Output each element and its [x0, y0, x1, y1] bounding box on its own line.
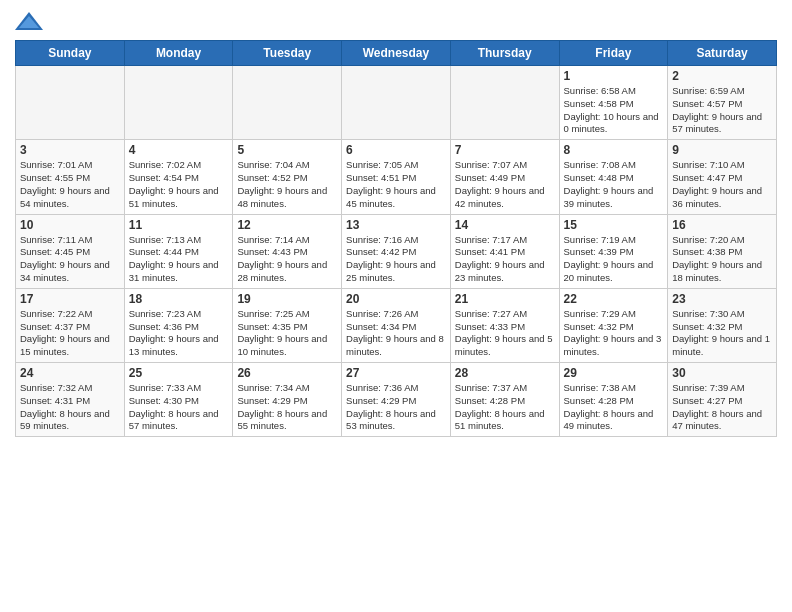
day-info: Sunrise: 7:30 AM Sunset: 4:32 PM Dayligh…	[672, 308, 772, 359]
logo	[15, 10, 43, 32]
calendar-cell: 30Sunrise: 7:39 AM Sunset: 4:27 PM Dayli…	[668, 363, 777, 437]
day-info: Sunrise: 7:10 AM Sunset: 4:47 PM Dayligh…	[672, 159, 772, 210]
col-header-tuesday: Tuesday	[233, 41, 342, 66]
day-number: 27	[346, 366, 446, 380]
calendar-cell	[16, 66, 125, 140]
calendar-week-1: 3Sunrise: 7:01 AM Sunset: 4:55 PM Daylig…	[16, 140, 777, 214]
day-info: Sunrise: 7:27 AM Sunset: 4:33 PM Dayligh…	[455, 308, 555, 359]
calendar-week-2: 10Sunrise: 7:11 AM Sunset: 4:45 PM Dayli…	[16, 214, 777, 288]
day-info: Sunrise: 7:33 AM Sunset: 4:30 PM Dayligh…	[129, 382, 229, 433]
day-info: Sunrise: 7:36 AM Sunset: 4:29 PM Dayligh…	[346, 382, 446, 433]
calendar-cell: 14Sunrise: 7:17 AM Sunset: 4:41 PM Dayli…	[450, 214, 559, 288]
day-info: Sunrise: 7:32 AM Sunset: 4:31 PM Dayligh…	[20, 382, 120, 433]
calendar-cell: 15Sunrise: 7:19 AM Sunset: 4:39 PM Dayli…	[559, 214, 668, 288]
day-info: Sunrise: 7:11 AM Sunset: 4:45 PM Dayligh…	[20, 234, 120, 285]
day-info: Sunrise: 7:38 AM Sunset: 4:28 PM Dayligh…	[564, 382, 664, 433]
calendar-table: SundayMondayTuesdayWednesdayThursdayFrid…	[15, 40, 777, 437]
calendar-cell	[124, 66, 233, 140]
day-info: Sunrise: 7:20 AM Sunset: 4:38 PM Dayligh…	[672, 234, 772, 285]
day-info: Sunrise: 7:23 AM Sunset: 4:36 PM Dayligh…	[129, 308, 229, 359]
calendar-header-row: SundayMondayTuesdayWednesdayThursdayFrid…	[16, 41, 777, 66]
day-number: 9	[672, 143, 772, 157]
day-number: 10	[20, 218, 120, 232]
calendar-cell: 17Sunrise: 7:22 AM Sunset: 4:37 PM Dayli…	[16, 288, 125, 362]
col-header-monday: Monday	[124, 41, 233, 66]
day-info: Sunrise: 7:02 AM Sunset: 4:54 PM Dayligh…	[129, 159, 229, 210]
calendar-cell	[342, 66, 451, 140]
calendar-cell: 20Sunrise: 7:26 AM Sunset: 4:34 PM Dayli…	[342, 288, 451, 362]
calendar-cell: 1Sunrise: 6:58 AM Sunset: 4:58 PM Daylig…	[559, 66, 668, 140]
day-number: 11	[129, 218, 229, 232]
day-number: 20	[346, 292, 446, 306]
day-info: Sunrise: 6:59 AM Sunset: 4:57 PM Dayligh…	[672, 85, 772, 136]
calendar-cell: 9Sunrise: 7:10 AM Sunset: 4:47 PM Daylig…	[668, 140, 777, 214]
calendar-cell: 18Sunrise: 7:23 AM Sunset: 4:36 PM Dayli…	[124, 288, 233, 362]
day-info: Sunrise: 7:04 AM Sunset: 4:52 PM Dayligh…	[237, 159, 337, 210]
day-number: 16	[672, 218, 772, 232]
day-info: Sunrise: 7:01 AM Sunset: 4:55 PM Dayligh…	[20, 159, 120, 210]
calendar-cell	[233, 66, 342, 140]
day-info: Sunrise: 7:08 AM Sunset: 4:48 PM Dayligh…	[564, 159, 664, 210]
day-number: 6	[346, 143, 446, 157]
calendar-cell: 6Sunrise: 7:05 AM Sunset: 4:51 PM Daylig…	[342, 140, 451, 214]
calendar-cell: 3Sunrise: 7:01 AM Sunset: 4:55 PM Daylig…	[16, 140, 125, 214]
calendar-cell: 13Sunrise: 7:16 AM Sunset: 4:42 PM Dayli…	[342, 214, 451, 288]
day-number: 8	[564, 143, 664, 157]
day-number: 23	[672, 292, 772, 306]
day-info: Sunrise: 7:07 AM Sunset: 4:49 PM Dayligh…	[455, 159, 555, 210]
day-info: Sunrise: 7:37 AM Sunset: 4:28 PM Dayligh…	[455, 382, 555, 433]
calendar-cell: 23Sunrise: 7:30 AM Sunset: 4:32 PM Dayli…	[668, 288, 777, 362]
calendar-cell	[450, 66, 559, 140]
calendar-cell: 24Sunrise: 7:32 AM Sunset: 4:31 PM Dayli…	[16, 363, 125, 437]
calendar-cell: 10Sunrise: 7:11 AM Sunset: 4:45 PM Dayli…	[16, 214, 125, 288]
day-info: Sunrise: 7:14 AM Sunset: 4:43 PM Dayligh…	[237, 234, 337, 285]
calendar-cell: 25Sunrise: 7:33 AM Sunset: 4:30 PM Dayli…	[124, 363, 233, 437]
day-number: 15	[564, 218, 664, 232]
calendar-week-0: 1Sunrise: 6:58 AM Sunset: 4:58 PM Daylig…	[16, 66, 777, 140]
day-info: Sunrise: 7:22 AM Sunset: 4:37 PM Dayligh…	[20, 308, 120, 359]
col-header-thursday: Thursday	[450, 41, 559, 66]
calendar-cell: 7Sunrise: 7:07 AM Sunset: 4:49 PM Daylig…	[450, 140, 559, 214]
day-number: 17	[20, 292, 120, 306]
day-number: 26	[237, 366, 337, 380]
day-number: 18	[129, 292, 229, 306]
day-number: 12	[237, 218, 337, 232]
calendar-cell: 26Sunrise: 7:34 AM Sunset: 4:29 PM Dayli…	[233, 363, 342, 437]
day-info: Sunrise: 7:39 AM Sunset: 4:27 PM Dayligh…	[672, 382, 772, 433]
day-number: 4	[129, 143, 229, 157]
header	[15, 10, 777, 32]
calendar-cell: 21Sunrise: 7:27 AM Sunset: 4:33 PM Dayli…	[450, 288, 559, 362]
logo-icon	[15, 10, 43, 32]
calendar-cell: 12Sunrise: 7:14 AM Sunset: 4:43 PM Dayli…	[233, 214, 342, 288]
day-number: 28	[455, 366, 555, 380]
day-number: 2	[672, 69, 772, 83]
calendar-cell: 11Sunrise: 7:13 AM Sunset: 4:44 PM Dayli…	[124, 214, 233, 288]
day-number: 7	[455, 143, 555, 157]
day-info: Sunrise: 7:19 AM Sunset: 4:39 PM Dayligh…	[564, 234, 664, 285]
col-header-wednesday: Wednesday	[342, 41, 451, 66]
day-number: 22	[564, 292, 664, 306]
day-info: Sunrise: 7:17 AM Sunset: 4:41 PM Dayligh…	[455, 234, 555, 285]
calendar-week-4: 24Sunrise: 7:32 AM Sunset: 4:31 PM Dayli…	[16, 363, 777, 437]
day-number: 19	[237, 292, 337, 306]
day-info: Sunrise: 7:05 AM Sunset: 4:51 PM Dayligh…	[346, 159, 446, 210]
day-number: 5	[237, 143, 337, 157]
day-number: 13	[346, 218, 446, 232]
calendar-week-3: 17Sunrise: 7:22 AM Sunset: 4:37 PM Dayli…	[16, 288, 777, 362]
col-header-saturday: Saturday	[668, 41, 777, 66]
day-info: Sunrise: 7:29 AM Sunset: 4:32 PM Dayligh…	[564, 308, 664, 359]
day-number: 3	[20, 143, 120, 157]
page: SundayMondayTuesdayWednesdayThursdayFrid…	[0, 0, 792, 612]
calendar-cell: 19Sunrise: 7:25 AM Sunset: 4:35 PM Dayli…	[233, 288, 342, 362]
calendar-cell: 29Sunrise: 7:38 AM Sunset: 4:28 PM Dayli…	[559, 363, 668, 437]
day-info: Sunrise: 7:34 AM Sunset: 4:29 PM Dayligh…	[237, 382, 337, 433]
day-info: Sunrise: 7:16 AM Sunset: 4:42 PM Dayligh…	[346, 234, 446, 285]
day-info: Sunrise: 7:26 AM Sunset: 4:34 PM Dayligh…	[346, 308, 446, 359]
calendar-cell: 27Sunrise: 7:36 AM Sunset: 4:29 PM Dayli…	[342, 363, 451, 437]
calendar-cell: 5Sunrise: 7:04 AM Sunset: 4:52 PM Daylig…	[233, 140, 342, 214]
day-number: 25	[129, 366, 229, 380]
day-info: Sunrise: 6:58 AM Sunset: 4:58 PM Dayligh…	[564, 85, 664, 136]
calendar-cell: 22Sunrise: 7:29 AM Sunset: 4:32 PM Dayli…	[559, 288, 668, 362]
calendar-cell: 28Sunrise: 7:37 AM Sunset: 4:28 PM Dayli…	[450, 363, 559, 437]
calendar-cell: 4Sunrise: 7:02 AM Sunset: 4:54 PM Daylig…	[124, 140, 233, 214]
